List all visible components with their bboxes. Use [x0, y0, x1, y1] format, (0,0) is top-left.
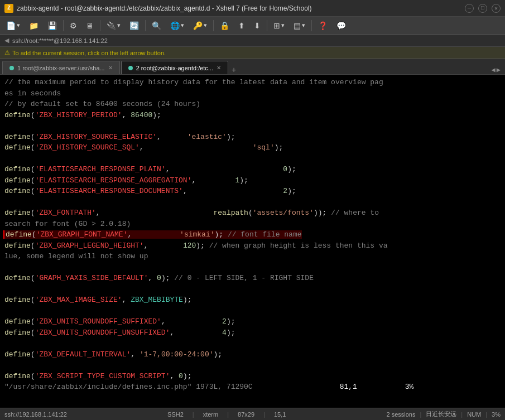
tab-prev-icon[interactable]: ◀ [492, 66, 496, 74]
tab-1-close[interactable]: ✕ [108, 65, 113, 71]
status-xterm: xterm [203, 411, 219, 418]
connect-button[interactable]: 🔌▾ [103, 19, 124, 32]
tab-nav[interactable]: ◀ ▶ [489, 66, 503, 74]
chat-button[interactable]: 💬 [333, 19, 350, 32]
tab-2-dot [128, 66, 133, 70]
download-button[interactable]: ⬇ [250, 19, 264, 32]
minimize-button[interactable]: — [465, 4, 474, 13]
session-arrow[interactable]: ◀ [4, 37, 9, 44]
layout-button[interactable]: ▤▾ [290, 19, 309, 32]
help-button[interactable]: ❓ [314, 19, 331, 32]
key-button[interactable]: 🔑▾ [189, 19, 211, 32]
tab-1[interactable]: 1 root@zabbix-server:/usr/sha... ✕ [2, 61, 120, 74]
toolbar: 📄▾ 📁 💾 ⚙ 🖥 🔌▾ 🔄 🔍 🌐▾ 🔑▾ 🔒 ⬆ ⬇ ⊞▾ ▤▾ ❓ 💬 [0, 17, 505, 35]
add-tab-button[interactable]: + [229, 65, 238, 74]
status-sep4: | [420, 411, 421, 418]
status-sessions: 2 sessions [386, 411, 415, 418]
status-middle: SSH2 | xterm | 87x29 | 15,1 [167, 411, 286, 418]
status-cursor: 15,1 [274, 411, 286, 418]
status-dimensions: 87x29 [238, 411, 254, 418]
open-button[interactable]: 📁 [25, 19, 42, 32]
status-num: NUM [467, 411, 481, 418]
close-button[interactable]: ✕ [492, 4, 501, 13]
tab-2[interactable]: 2 root@zabbix-agentd:/etc... ✕ [121, 61, 228, 74]
tab-1-label: 1 root@zabbix-server:/usr/sha... [17, 65, 105, 71]
titlebar-left: Z zabbix-agentd - root@zabbix-agentd:/et… [4, 4, 311, 13]
tab-bar: 1 root@zabbix-server:/usr/sha... ✕ 2 roo… [0, 59, 505, 75]
window-title: zabbix-agentd - root@zabbix-agentd:/etc/… [17, 4, 311, 12]
terminal-container: // the maximum period to display history… [0, 75, 505, 408]
sep6 [311, 20, 312, 31]
properties-button[interactable]: ⚙ [66, 19, 81, 32]
terminal-button[interactable]: 🖥 [82, 19, 98, 32]
search-button[interactable]: 🔍 [148, 19, 165, 32]
tab-1-dot [9, 66, 14, 70]
window-controls: — □ ✕ [465, 4, 501, 13]
session-bar: ◀ ssh://root:******@192.168.1.141:22 [0, 35, 505, 47]
status-left: ssh://192.168.1.141:22 [4, 411, 67, 418]
info-icon: ⚠ [4, 49, 10, 56]
status-ssh2: SSH2 [167, 411, 184, 418]
new-button[interactable]: 📄▾ [2, 19, 24, 32]
status-sep1: | [193, 411, 194, 418]
sep3 [145, 20, 146, 31]
upload-button[interactable]: ⬆ [234, 19, 249, 32]
globe-button[interactable]: 🌐▾ [166, 19, 188, 32]
save-button[interactable]: 💾 [44, 19, 61, 32]
reconnect-button[interactable]: 🔄 [126, 19, 143, 32]
status-right: 2 sessions | 日近长安远 | NUM | 3% [386, 410, 501, 418]
info-text: To add the current session, click on the… [12, 50, 166, 56]
status-locale: 日近长安远 [426, 410, 456, 418]
tab-2-label: 2 root@zabbix-agentd:/etc... [136, 65, 213, 71]
titlebar: Z zabbix-agentd - root@zabbix-agentd:/et… [0, 0, 505, 17]
sep4 [213, 20, 214, 31]
tab-2-close[interactable]: ✕ [217, 65, 221, 71]
sep1 [63, 20, 64, 31]
session-url: ssh://root:******@192.168.1.141:22 [12, 37, 108, 44]
maximize-button[interactable]: □ [478, 4, 487, 13]
info-bar: ⚠ To add the current session, click on t… [0, 47, 505, 59]
split-button[interactable]: ⊞▾ [270, 19, 288, 32]
status-scroll: 3% [492, 411, 501, 418]
app-icon: Z [4, 4, 13, 13]
status-bar: ssh://192.168.1.141:22 SSH2 | xterm | 87… [0, 408, 505, 420]
terminal[interactable]: // the maximum period to display history… [0, 75, 505, 408]
status-sep5: | [461, 411, 463, 418]
status-sep3: | [263, 411, 265, 418]
status-sep6: | [485, 411, 487, 418]
sep5 [267, 20, 267, 31]
status-ssh-url: ssh://192.168.1.141:22 [4, 411, 67, 418]
tab-next-icon[interactable]: ▶ [497, 66, 501, 74]
sep2 [100, 20, 100, 31]
status-sep2: | [227, 411, 229, 418]
lock-button[interactable]: 🔒 [216, 19, 233, 32]
